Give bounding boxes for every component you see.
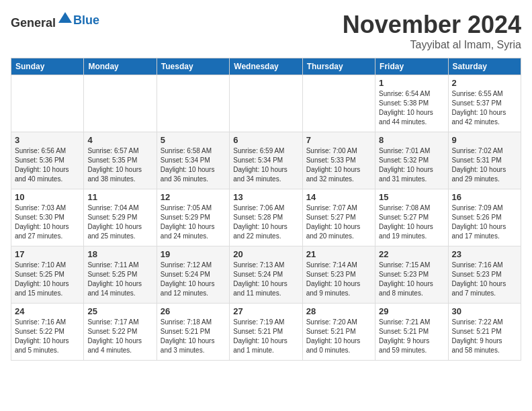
calendar-day-cell: 18Sunrise: 7:11 AM Sunset: 5:25 PM Dayli… [84, 246, 157, 304]
logo-blue: Blue [73, 13, 99, 27]
day-info: Sunrise: 6:55 AM Sunset: 5:37 PM Dayligh… [452, 89, 517, 127]
calendar-day-cell [230, 75, 302, 132]
calendar-week-row: 24Sunrise: 7:16 AM Sunset: 5:22 PM Dayli… [11, 304, 521, 361]
day-number: 19 [161, 249, 226, 259]
calendar-day-cell: 20Sunrise: 7:13 AM Sunset: 5:24 PM Dayli… [230, 246, 302, 304]
day-info: Sunrise: 7:09 AM Sunset: 5:26 PM Dayligh… [452, 203, 517, 241]
day-number: 12 [161, 192, 226, 202]
calendar-day-cell: 11Sunrise: 7:04 AM Sunset: 5:29 PM Dayli… [84, 189, 157, 246]
day-number: 20 [233, 249, 298, 259]
day-number: 26 [161, 306, 226, 316]
calendar-day-cell: 30Sunrise: 7:22 AM Sunset: 5:21 PM Dayli… [448, 304, 521, 361]
day-info: Sunrise: 7:17 AM Sunset: 5:22 PM Dayligh… [87, 318, 152, 355]
weekday-header-cell: Saturday [448, 58, 521, 75]
day-info: Sunrise: 7:16 AM Sunset: 5:23 PM Dayligh… [452, 261, 517, 298]
day-info: Sunrise: 7:04 AM Sunset: 5:29 PM Dayligh… [87, 203, 152, 241]
day-number: 14 [306, 192, 371, 202]
logo: General Blue [11, 11, 99, 30]
calendar-day-cell: 14Sunrise: 7:07 AM Sunset: 5:27 PM Dayli… [302, 189, 375, 246]
calendar-day-cell: 6Sunrise: 6:59 AM Sunset: 5:34 PM Daylig… [230, 132, 302, 189]
calendar-day-cell: 1Sunrise: 6:54 AM Sunset: 5:38 PM Daylig… [375, 75, 448, 132]
day-info: Sunrise: 7:13 AM Sunset: 5:24 PM Dayligh… [233, 261, 298, 298]
day-number: 2 [452, 78, 517, 88]
calendar-day-cell: 3Sunrise: 6:56 AM Sunset: 5:36 PM Daylig… [11, 132, 84, 189]
day-number: 18 [87, 249, 152, 259]
day-info: Sunrise: 7:00 AM Sunset: 5:33 PM Dayligh… [306, 146, 371, 184]
day-number: 29 [379, 306, 444, 316]
logo-general: General [11, 16, 56, 30]
day-number: 15 [379, 192, 444, 202]
day-info: Sunrise: 7:21 AM Sunset: 5:21 PM Dayligh… [379, 318, 444, 355]
day-number: 24 [15, 306, 80, 316]
calendar-day-cell [84, 75, 157, 132]
calendar-day-cell: 26Sunrise: 7:18 AM Sunset: 5:21 PM Dayli… [157, 304, 229, 361]
calendar-day-cell: 5Sunrise: 6:58 AM Sunset: 5:34 PM Daylig… [157, 132, 229, 189]
calendar-day-cell [302, 75, 375, 132]
day-number: 9 [452, 135, 517, 145]
weekday-header-cell: Monday [84, 58, 157, 75]
day-info: Sunrise: 7:07 AM Sunset: 5:27 PM Dayligh… [306, 203, 371, 241]
title-block: November 2024 Tayyibat al Imam, Syria [343, 11, 521, 51]
day-number: 1 [379, 78, 444, 88]
calendar-week-row: 3Sunrise: 6:56 AM Sunset: 5:36 PM Daylig… [11, 132, 521, 189]
day-info: Sunrise: 7:16 AM Sunset: 5:22 PM Dayligh… [15, 318, 80, 355]
calendar-day-cell [157, 75, 229, 132]
day-info: Sunrise: 6:56 AM Sunset: 5:36 PM Dayligh… [15, 146, 80, 184]
weekday-header-cell: Thursday [302, 58, 375, 75]
day-info: Sunrise: 7:01 AM Sunset: 5:32 PM Dayligh… [379, 146, 444, 184]
day-number: 23 [452, 249, 517, 259]
day-info: Sunrise: 7:20 AM Sunset: 5:21 PM Dayligh… [306, 318, 371, 355]
calendar-day-cell: 21Sunrise: 7:14 AM Sunset: 5:23 PM Dayli… [302, 246, 375, 304]
day-info: Sunrise: 6:54 AM Sunset: 5:38 PM Dayligh… [379, 89, 444, 127]
day-number: 10 [15, 192, 80, 202]
calendar-day-cell: 4Sunrise: 6:57 AM Sunset: 5:35 PM Daylig… [84, 132, 157, 189]
weekday-header-cell: Wednesday [230, 58, 302, 75]
day-info: Sunrise: 7:02 AM Sunset: 5:31 PM Dayligh… [452, 146, 517, 184]
calendar-day-cell: 13Sunrise: 7:06 AM Sunset: 5:28 PM Dayli… [230, 189, 302, 246]
day-number: 17 [15, 249, 80, 259]
day-number: 27 [233, 306, 298, 316]
month-title: November 2024 [343, 11, 521, 39]
calendar-day-cell: 19Sunrise: 7:12 AM Sunset: 5:24 PM Dayli… [157, 246, 229, 304]
day-info: Sunrise: 7:06 AM Sunset: 5:28 PM Dayligh… [233, 203, 298, 241]
day-number: 8 [379, 135, 444, 145]
day-info: Sunrise: 7:18 AM Sunset: 5:21 PM Dayligh… [161, 318, 226, 355]
day-info: Sunrise: 7:10 AM Sunset: 5:25 PM Dayligh… [15, 261, 80, 298]
day-info: Sunrise: 6:57 AM Sunset: 5:35 PM Dayligh… [87, 146, 152, 184]
calendar-day-cell: 22Sunrise: 7:15 AM Sunset: 5:23 PM Dayli… [375, 246, 448, 304]
day-number: 11 [87, 192, 152, 202]
calendar-day-cell [11, 75, 84, 132]
calendar-day-cell: 29Sunrise: 7:21 AM Sunset: 5:21 PM Dayli… [375, 304, 448, 361]
calendar-day-cell: 7Sunrise: 7:00 AM Sunset: 5:33 PM Daylig… [302, 132, 375, 189]
weekday-header-cell: Tuesday [157, 58, 229, 75]
calendar-day-cell: 16Sunrise: 7:09 AM Sunset: 5:26 PM Dayli… [448, 189, 521, 246]
day-number: 13 [233, 192, 298, 202]
weekday-header-row: SundayMondayTuesdayWednesdayThursdayFrid… [11, 58, 521, 75]
day-info: Sunrise: 7:11 AM Sunset: 5:25 PM Dayligh… [87, 261, 152, 298]
location-title: Tayyibat al Imam, Syria [343, 39, 521, 51]
calendar-day-cell: 10Sunrise: 7:03 AM Sunset: 5:30 PM Dayli… [11, 189, 84, 246]
day-number: 5 [161, 135, 226, 145]
calendar-day-cell: 15Sunrise: 7:08 AM Sunset: 5:27 PM Dayli… [375, 189, 448, 246]
calendar-day-cell: 12Sunrise: 7:05 AM Sunset: 5:29 PM Dayli… [157, 189, 229, 246]
weekday-header-cell: Friday [375, 58, 448, 75]
day-info: Sunrise: 7:08 AM Sunset: 5:27 PM Dayligh… [379, 203, 444, 241]
day-number: 30 [452, 306, 517, 316]
day-number: 4 [87, 135, 152, 145]
day-number: 3 [15, 135, 80, 145]
day-info: Sunrise: 7:05 AM Sunset: 5:29 PM Dayligh… [161, 203, 226, 241]
day-info: Sunrise: 6:59 AM Sunset: 5:34 PM Dayligh… [233, 146, 298, 184]
day-number: 7 [306, 135, 371, 145]
day-info: Sunrise: 6:58 AM Sunset: 5:34 PM Dayligh… [161, 146, 226, 184]
calendar-day-cell: 27Sunrise: 7:19 AM Sunset: 5:21 PM Dayli… [230, 304, 302, 361]
day-info: Sunrise: 7:12 AM Sunset: 5:24 PM Dayligh… [161, 261, 226, 298]
logo-icon [57, 11, 73, 27]
day-number: 25 [87, 306, 152, 316]
day-number: 21 [306, 249, 371, 259]
day-info: Sunrise: 7:03 AM Sunset: 5:30 PM Dayligh… [15, 203, 80, 241]
day-info: Sunrise: 7:15 AM Sunset: 5:23 PM Dayligh… [379, 261, 444, 298]
calendar-day-cell: 2Sunrise: 6:55 AM Sunset: 5:37 PM Daylig… [448, 75, 521, 132]
day-number: 28 [306, 306, 371, 316]
day-number: 16 [452, 192, 517, 202]
calendar-week-row: 1Sunrise: 6:54 AM Sunset: 5:38 PM Daylig… [11, 75, 521, 132]
